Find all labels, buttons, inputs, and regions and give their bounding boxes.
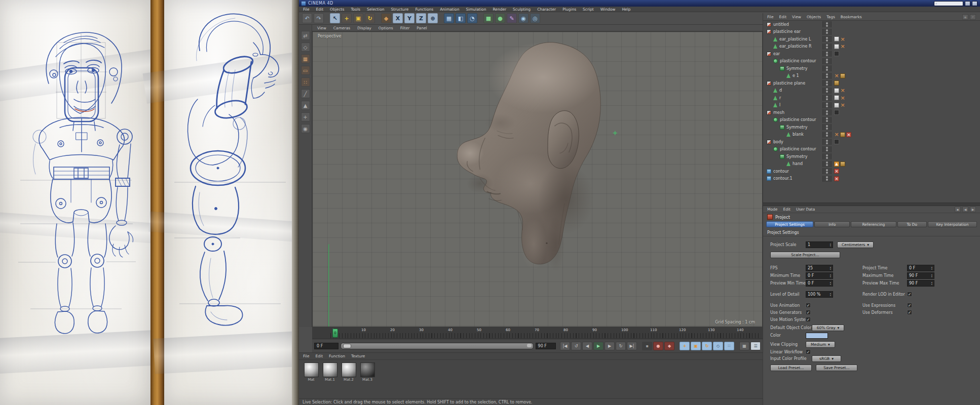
viewport-menu-item[interactable]: Display bbox=[357, 26, 371, 30]
object-tree-row[interactable]: Symmetry bbox=[763, 124, 980, 131]
material-menu-item[interactable]: Texture bbox=[351, 354, 365, 358]
tag-icon[interactable] bbox=[834, 51, 839, 56]
tag-icon[interactable] bbox=[834, 88, 839, 93]
range-start-field[interactable]: 0 F bbox=[314, 343, 338, 349]
attribute-tab[interactable]: Referencing bbox=[851, 221, 896, 227]
attribute-tab[interactable]: Project Settings bbox=[766, 221, 813, 227]
use-animation-checkbox[interactable] bbox=[806, 303, 811, 308]
loop-button[interactable]: ↻ bbox=[616, 342, 626, 350]
menu-item[interactable]: Objects bbox=[330, 7, 344, 12]
menu-item[interactable]: Render bbox=[493, 7, 506, 12]
menu-item[interactable]: Functions bbox=[415, 7, 433, 12]
object-manager-menu-item[interactable]: Tags bbox=[826, 15, 835, 19]
material-menu-item[interactable]: Function bbox=[329, 354, 345, 358]
object-tree-row[interactable]: plasticine contour bbox=[763, 58, 980, 65]
goto-end-button[interactable]: ▶| bbox=[627, 342, 637, 350]
visibility-dots[interactable] bbox=[822, 58, 832, 64]
material-menu-item[interactable]: Edit bbox=[316, 354, 323, 358]
visibility-dots[interactable] bbox=[822, 153, 832, 159]
key-pla-toggle[interactable]: ∷ bbox=[724, 342, 734, 350]
visibility-dots[interactable] bbox=[822, 36, 832, 42]
visibility-dots[interactable] bbox=[822, 124, 832, 130]
menu-item[interactable]: Character bbox=[537, 7, 556, 12]
visibility-dots[interactable] bbox=[822, 44, 832, 50]
viewport-menu-item[interactable]: Panel bbox=[417, 26, 427, 30]
axis-y-button[interactable]: Y bbox=[404, 13, 414, 23]
menu-item[interactable]: Edit bbox=[316, 7, 324, 12]
range-end-field[interactable]: 90 F bbox=[536, 343, 556, 349]
viewport-canvas[interactable]: Perspective Grid Spacing : 1 cm bbox=[312, 31, 763, 327]
tag-icon[interactable] bbox=[834, 110, 839, 115]
spacer[interactable] bbox=[735, 342, 738, 350]
scale-icon[interactable]: ▣ bbox=[353, 13, 363, 23]
material-menu-item[interactable]: File bbox=[303, 354, 310, 358]
tag-icon[interactable] bbox=[834, 103, 839, 108]
axis-z-button[interactable]: Z bbox=[416, 13, 426, 23]
coordinate-system-button[interactable]: ⊕ bbox=[428, 13, 438, 23]
save-preset-button[interactable]: Save Preset... bbox=[816, 364, 857, 371]
lock-icon[interactable]: ▪ bbox=[955, 207, 961, 212]
maximum-time-field[interactable]: 90 F▴▾ bbox=[907, 272, 934, 279]
filter-icon[interactable]: ≡ bbox=[962, 14, 968, 20]
visibility-dots[interactable] bbox=[822, 176, 832, 182]
object-manager-menu-item[interactable]: Bookmarks bbox=[841, 15, 862, 19]
tag-icon[interactable] bbox=[840, 103, 845, 108]
menu-item[interactable]: Tools bbox=[351, 7, 360, 12]
workplane-icon[interactable]: ▭ bbox=[301, 66, 310, 75]
viewport-menu-item[interactable]: Cameras bbox=[333, 26, 350, 30]
viewport-menu-item[interactable]: View bbox=[317, 26, 326, 30]
menu-item[interactable]: Plugins bbox=[562, 7, 576, 12]
key-rotation-toggle[interactable]: ↻ bbox=[702, 342, 712, 350]
history-forward-icon[interactable]: ▶ bbox=[970, 207, 976, 212]
scale-project-button[interactable]: Scale Project... bbox=[770, 252, 840, 258]
separator[interactable] bbox=[325, 13, 328, 23]
timeline-ruler[interactable]: 0102030405060708090100110120130140150 0 bbox=[312, 327, 763, 339]
object-manager-menu-item[interactable]: File bbox=[767, 15, 774, 19]
camera-button[interactable]: ◎ bbox=[530, 13, 540, 23]
visibility-dots[interactable] bbox=[822, 109, 832, 115]
visibility-dots[interactable] bbox=[822, 29, 832, 35]
visibility-dots[interactable] bbox=[822, 139, 832, 145]
material-tile[interactable]: Mat.2 bbox=[341, 362, 357, 382]
key-parameter-toggle[interactable]: ◇ bbox=[713, 342, 723, 350]
timeline-playhead[interactable]: 0 bbox=[332, 329, 338, 338]
search-icon[interactable]: ⌕ bbox=[970, 14, 976, 20]
rotate-icon[interactable]: ↻ bbox=[365, 13, 375, 23]
menu-item[interactable]: Animation bbox=[440, 7, 459, 12]
history-back-icon[interactable]: ◀ bbox=[962, 207, 968, 212]
tag-icon[interactable] bbox=[834, 176, 839, 181]
visibility-dots[interactable] bbox=[822, 80, 832, 86]
convert-object-icon[interactable]: ⇄ bbox=[301, 31, 310, 40]
object-tree-row[interactable]: d bbox=[763, 87, 980, 95]
visibility-dots[interactable] bbox=[822, 161, 832, 167]
tag-icon[interactable] bbox=[834, 132, 839, 137]
help-button[interactable] bbox=[972, 1, 977, 6]
attribute-tab[interactable]: Info bbox=[814, 221, 850, 227]
visibility-dots[interactable] bbox=[822, 102, 832, 108]
project-time-field[interactable]: 0 F▴▾ bbox=[907, 265, 934, 271]
autokeying-button[interactable]: ◆ bbox=[664, 342, 674, 350]
object-tree-row[interactable]: body bbox=[763, 138, 980, 146]
panel-splitter[interactable] bbox=[763, 202, 980, 206]
tag-icon[interactable] bbox=[840, 36, 845, 42]
color-swatch[interactable] bbox=[806, 333, 828, 339]
tag-icon[interactable] bbox=[840, 88, 845, 93]
points-mode-icon[interactable]: ∷ bbox=[301, 77, 310, 87]
object-tree-row[interactable]: ear_plasticine L bbox=[763, 35, 980, 43]
visibility-dots[interactable] bbox=[822, 21, 832, 27]
object-tree-row[interactable]: mesh bbox=[763, 109, 980, 116]
scrollbar-handle[interactable] bbox=[343, 344, 351, 348]
object-tree-row[interactable]: blank bbox=[763, 131, 980, 139]
menu-item[interactable]: Structure bbox=[391, 7, 409, 12]
axis-x-button[interactable]: X bbox=[393, 13, 403, 23]
keyframe-selection-button[interactable]: ▦ bbox=[739, 342, 749, 350]
visibility-dots[interactable] bbox=[822, 132, 832, 138]
tag-icon[interactable] bbox=[834, 139, 839, 144]
tag-icon[interactable] bbox=[840, 73, 845, 78]
visibility-dots[interactable] bbox=[822, 146, 832, 152]
tag-icon[interactable] bbox=[840, 95, 845, 100]
visibility-dots[interactable] bbox=[822, 168, 832, 174]
object-tree-row[interactable]: untitled bbox=[763, 21, 980, 28]
search-input[interactable]: ⌕ bbox=[934, 1, 963, 6]
menu-item[interactable]: Script bbox=[583, 7, 594, 12]
